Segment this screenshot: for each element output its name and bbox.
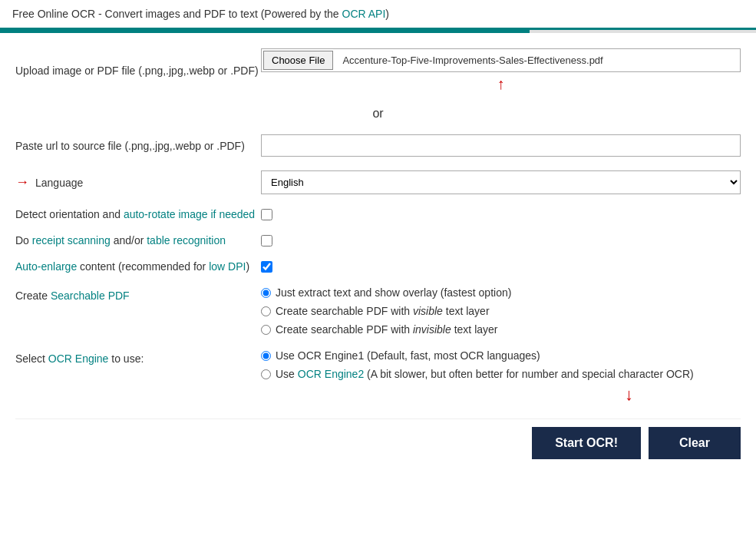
engine1-text: Use OCR Engine1 (Default, fast, most OCR… [276,349,540,362]
ocr-engine-link[interactable]: OCR Engine [48,352,109,365]
buttons-row: Start OCR! Clear [15,419,741,459]
down-arrow-wrapper: ↓ [15,386,741,403]
clear-button[interactable]: Clear [649,427,741,459]
language-select[interactable]: English [261,170,741,194]
upload-control: Choose File Accenture-Top-Five-Improveme… [261,48,741,93]
engine2-label[interactable]: Use OCR Engine2 (A bit slower, but often… [261,368,694,380]
pdf-option2-radio[interactable] [261,306,271,316]
upload-arrow-icon: ↑ [261,75,741,93]
or-divider: or [15,107,741,121]
pdf-option3-radio[interactable] [261,325,271,335]
header-text-after: ) [385,8,389,20]
main-content: Upload image or PDF file (.png,.jpg,.web… [0,33,756,475]
ocr-engine-label: Select OCR Engine to use: [15,349,261,365]
engine2-text: Use OCR Engine2 (A bit slower, but often… [276,368,694,380]
searchable-pdf-row: Create Searchable PDF Just extract text … [15,286,741,336]
low-dpi-link[interactable]: low DPI [209,260,246,273]
engine1-radio[interactable] [261,351,271,361]
pdf-radio-options: Just extract text and show overlay (fast… [261,286,511,336]
header-text-before: Free Online OCR - Convert images and PDF… [12,8,342,20]
table-recognition-link[interactable]: table recognition [147,234,226,246]
engine2-radio[interactable] [261,369,271,379]
receipt-scanning-checkbox[interactable] [261,235,272,246]
upload-row: Upload image or PDF file (.png,.jpg,.web… [15,48,741,93]
auto-enlarge-link[interactable]: Auto-enlarge [15,260,77,273]
searchable-pdf-link[interactable]: Searchable PDF [51,290,130,302]
pdf-option1-text: Just extract text and show overlay (fast… [276,286,511,299]
receipt-scanning-link[interactable]: receipt scanning [32,234,111,246]
detect-orientation-label: Detect orientation and auto-rotate image… [15,208,261,220]
ocr-engine-row: Select OCR Engine to use: Use OCR Engine… [15,349,741,380]
auto-enlarge-row: Auto-enlarge content (recommended for lo… [15,260,741,273]
pdf-option3-label[interactable]: Create searchable PDF with invisible tex… [261,323,511,336]
engine-radio-options: Use OCR Engine1 (Default, fast, most OCR… [261,349,694,380]
upload-label: Upload image or PDF file (.png,.jpg,.web… [15,65,261,77]
choose-file-button[interactable]: Choose File [263,51,333,70]
file-name-display: Accenture-Top-Five-Improvements-Sales-Ef… [339,53,738,68]
url-row: Paste url to source file (.png,.jpg,.web… [15,134,741,157]
language-arrow-icon: → [15,174,29,190]
detect-orientation-checkbox[interactable] [261,209,272,220]
file-input-wrapper: Choose File Accenture-Top-Five-Improveme… [261,48,741,72]
language-row: →Language English [15,170,741,194]
down-arrow-icon: ↓ [625,386,633,403]
auto-enlarge-checkbox[interactable] [261,261,272,273]
receipt-label: Do receipt scanning and/or table recogni… [15,234,261,246]
start-ocr-button[interactable]: Start OCR! [532,427,641,459]
receipt-scanning-row: Do receipt scanning and/or table recogni… [15,234,741,246]
searchable-pdf-label: Create Searchable PDF [15,286,261,302]
pdf-option3-text: Create searchable PDF with invisible tex… [276,323,497,336]
url-input[interactable] [261,134,741,157]
auto-enlarge-label: Auto-enlarge content (recommended for lo… [15,260,261,273]
auto-rotate-link[interactable]: auto-rotate image if needed [124,208,255,220]
pdf-option1-label[interactable]: Just extract text and show overlay (fast… [261,286,511,299]
ocr-api-link[interactable]: OCR API [342,8,386,20]
pdf-option2-text: Create searchable PDF with visible text … [276,305,490,317]
url-label: Paste url to source file (.png,.jpg,.web… [15,140,261,152]
header: Free Online OCR - Convert images and PDF… [0,0,756,33]
language-control: English [261,170,741,194]
engine1-label[interactable]: Use OCR Engine1 (Default, fast, most OCR… [261,349,694,362]
detect-orientation-row: Detect orientation and auto-rotate image… [15,208,741,220]
pdf-option1-radio[interactable] [261,288,271,298]
pdf-option2-label[interactable]: Create searchable PDF with visible text … [261,305,511,317]
ocr-engine2-link[interactable]: OCR Engine2 [298,368,364,380]
url-control [261,134,741,157]
language-label: →Language [15,174,261,190]
